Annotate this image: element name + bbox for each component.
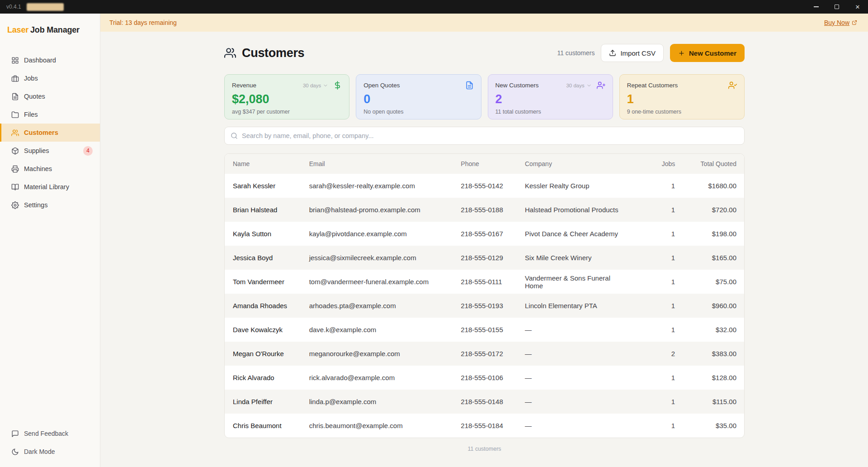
- cell-total-quoted: $35.00: [675, 414, 744, 438]
- new-customers-value: 2: [495, 92, 605, 106]
- table-header-row: Name Email Phone Company Jobs Total Quot…: [225, 154, 744, 174]
- dark-mode-toggle[interactable]: Dark Mode: [0, 443, 100, 461]
- users-icon: [11, 129, 19, 137]
- upload-icon: [609, 49, 616, 57]
- repeat-customers-sub: 9 one-time customers: [627, 109, 737, 115]
- table-row[interactable]: Brian Halstead brian@halstead-promo.exam…: [225, 198, 744, 222]
- cell-phone: 218-555-0111: [461, 270, 525, 294]
- cell-phone: 218-555-0193: [461, 294, 525, 318]
- revenue-value: $2,080: [232, 92, 342, 106]
- cell-jobs: 1: [630, 198, 675, 222]
- supplies-badge: 4: [83, 146, 93, 156]
- cell-phone: 218-555-0148: [461, 390, 525, 414]
- package-icon: [11, 147, 19, 155]
- chevron-down-icon: [586, 83, 592, 88]
- send-feedback-button[interactable]: Send Feedback: [0, 424, 100, 443]
- sidebar-item-dashboard[interactable]: Dashboard: [0, 51, 100, 69]
- sidebar-item-label: Dark Mode: [24, 448, 55, 455]
- cell-name: Sarah Kessler: [225, 174, 309, 198]
- revenue-sub: avg $347 per customer: [232, 109, 342, 115]
- cell-total-quoted: $32.00: [675, 318, 744, 342]
- new-customer-label: New Customer: [689, 49, 736, 57]
- sidebar-item-supplies[interactable]: Supplies 4: [0, 142, 100, 160]
- column-header-jobs: Jobs: [630, 154, 675, 174]
- table-row[interactable]: Dave Kowalczyk dave.k@example.com 218-55…: [225, 318, 744, 342]
- column-header-name: Name: [225, 154, 309, 174]
- table-row[interactable]: Amanda Rhoades arhoades.pta@example.com …: [225, 294, 744, 318]
- cell-jobs: 1: [630, 270, 675, 294]
- close-icon: ✕: [855, 4, 860, 10]
- user-plus-icon: [597, 81, 605, 90]
- maximize-button[interactable]: [826, 0, 847, 14]
- table-row[interactable]: Sarah Kessler sarah@kessler-realty.examp…: [225, 174, 744, 198]
- open-quotes-sub: No open quotes: [363, 109, 473, 115]
- logo-accent: Laser: [7, 25, 28, 34]
- cell-name: Linda Pfeiffer: [225, 390, 309, 414]
- cell-name: Megan O'Rourke: [225, 342, 309, 366]
- cell-jobs: 1: [630, 174, 675, 198]
- period-label: 30 days: [303, 83, 321, 88]
- minimize-button[interactable]: [806, 0, 826, 14]
- cell-name: Amanda Rhoades: [225, 294, 309, 318]
- cell-jobs: 1: [630, 414, 675, 438]
- table-row[interactable]: Tom Vandermeer tom@vandermeer-funeral.ex…: [225, 270, 744, 294]
- sidebar-item-material-library[interactable]: Material Library: [0, 178, 100, 196]
- sidebar-item-label: Material Library: [24, 183, 69, 191]
- new-customers-period-dropdown[interactable]: 30 days: [566, 83, 591, 88]
- sidebar-item-label: Supplies: [24, 147, 49, 154]
- cell-email: dave.k@example.com: [309, 318, 461, 342]
- cell-jobs: 2: [630, 342, 675, 366]
- sidebar-item-machines[interactable]: Machines: [0, 160, 100, 178]
- sidebar-item-label: Send Feedback: [24, 430, 68, 437]
- customers-page: Customers 11 customers Import CSV New Cu…: [224, 32, 745, 452]
- sidebar-item-jobs[interactable]: Jobs: [0, 69, 100, 87]
- card-label: New Customers: [495, 82, 539, 89]
- cell-jobs: 1: [630, 318, 675, 342]
- document-icon: [11, 93, 19, 100]
- cell-email: brian@halstead-promo.example.com: [309, 198, 461, 222]
- page-header: Customers 11 customers Import CSV New Cu…: [224, 43, 745, 63]
- sidebar-item-label: Quotes: [24, 93, 45, 100]
- trial-banner: Trial: 13 days remaining Buy Now: [100, 14, 868, 32]
- sidebar: LaserJob Manager Dashboard Jobs Quotes: [0, 14, 100, 467]
- cell-email: linda.p@example.com: [309, 390, 461, 414]
- sidebar-item-quotes[interactable]: Quotes: [0, 87, 100, 105]
- table-row[interactable]: Megan O'Rourke meganorourke@example.com …: [225, 342, 744, 366]
- gear-icon: [11, 201, 19, 209]
- table-row[interactable]: Jessica Boyd jessica@sixmilecreek.exampl…: [225, 246, 744, 270]
- cell-name: Tom Vandermeer: [225, 270, 309, 294]
- search-bar: [224, 127, 745, 145]
- table-row[interactable]: Kayla Sutton kayla@pivotdance.example.co…: [225, 222, 744, 246]
- revenue-period-dropdown[interactable]: 30 days: [303, 83, 328, 88]
- cell-total-quoted: $383.00: [675, 342, 744, 366]
- table-row[interactable]: Chris Beaumont chris.beaumont@example.co…: [225, 414, 744, 438]
- cell-phone: 218-555-0155: [461, 318, 525, 342]
- sidebar-item-label: Machines: [24, 165, 52, 172]
- cell-name: Jessica Boyd: [225, 246, 309, 270]
- sidebar-item-files[interactable]: Files: [0, 105, 100, 124]
- table-row[interactable]: Rick Alvarado rick.alvarado@example.com …: [225, 366, 744, 390]
- cell-phone: 218-555-0184: [461, 414, 525, 438]
- table-row[interactable]: Linda Pfeiffer linda.p@example.com 218-5…: [225, 390, 744, 414]
- cell-name: Brian Halstead: [225, 198, 309, 222]
- close-button[interactable]: ✕: [847, 0, 868, 14]
- customers-count: 11 customers: [557, 49, 594, 57]
- search-input[interactable]: [242, 132, 738, 139]
- cell-company: Pivot Dance & Cheer Academy: [525, 222, 630, 246]
- cell-total-quoted: $128.00: [675, 366, 744, 390]
- cell-email: kayla@pivotdance.example.com: [309, 222, 461, 246]
- search-icon: [231, 132, 238, 139]
- buy-now-link[interactable]: Buy Now: [824, 19, 857, 26]
- cell-jobs: 1: [630, 246, 675, 270]
- import-csv-button[interactable]: Import CSV: [601, 44, 664, 62]
- cell-jobs: 1: [630, 390, 675, 414]
- cell-name: Chris Beaumont: [225, 414, 309, 438]
- cell-company: —: [525, 342, 630, 366]
- sidebar-item-settings[interactable]: Settings: [0, 196, 100, 214]
- sidebar-nav: Dashboard Jobs Quotes Files Customers: [0, 51, 100, 214]
- new-customer-button[interactable]: New Customer: [670, 44, 745, 62]
- import-csv-label: Import CSV: [620, 49, 656, 57]
- sidebar-item-customers[interactable]: Customers: [0, 124, 100, 142]
- cell-phone: 218-555-0172: [461, 342, 525, 366]
- app-logo: LaserJob Manager: [0, 25, 100, 35]
